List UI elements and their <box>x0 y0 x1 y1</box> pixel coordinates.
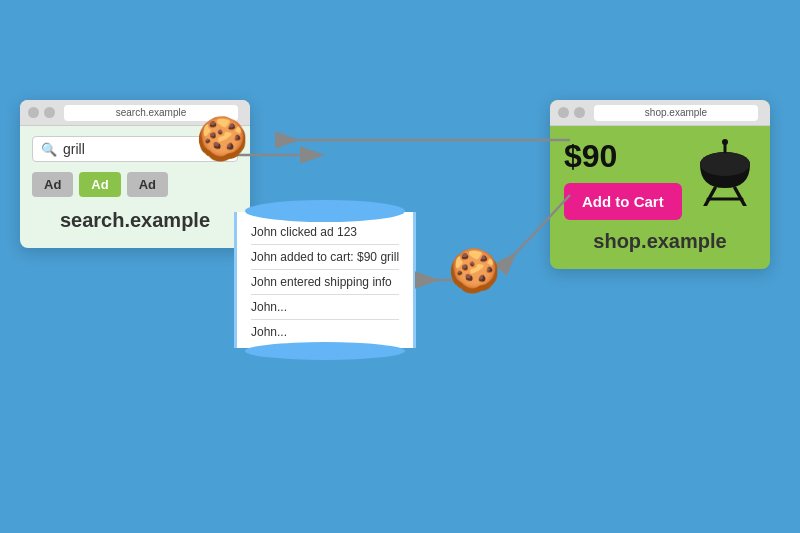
shop-window: shop.example $90 Add to Cart shop. <box>550 100 770 269</box>
db-row-2: John added to cart: $90 grill <box>251 245 399 270</box>
ads-row: Ad Ad Ad <box>32 172 238 197</box>
db-row-1: John clicked ad 123 <box>251 220 399 245</box>
svg-line-3 <box>735 188 745 206</box>
db-row-4: John... <box>251 295 399 320</box>
database-container: John clicked ad 123 John added to cart: … <box>240 200 410 360</box>
shop-window-close-btn[interactable] <box>558 107 569 118</box>
shop-window-url: shop.example <box>594 105 758 121</box>
database-body: John clicked ad 123 John added to cart: … <box>234 212 416 348</box>
search-icon: 🔍 <box>41 142 57 157</box>
window-min-btn[interactable] <box>44 107 55 118</box>
search-input-value: grill <box>63 141 85 157</box>
cookie-middle-icon: 🍪 <box>448 250 500 292</box>
cookie-search-icon: 🍪 <box>196 118 248 160</box>
svg-point-6 <box>722 139 728 145</box>
database-bottom <box>245 342 405 360</box>
svg-point-1 <box>700 152 750 176</box>
shop-price: $90 <box>564 138 617 175</box>
shop-window-body: $90 Add to Cart shop.example <box>550 126 770 269</box>
grill-icon <box>690 136 760 214</box>
add-to-cart-button[interactable]: Add to Cart <box>564 183 682 220</box>
db-row-3: John entered shipping info <box>251 270 399 295</box>
shop-example-label: shop.example <box>564 230 756 253</box>
shop-window-min-btn[interactable] <box>574 107 585 118</box>
ad-badge-3[interactable]: Ad <box>127 172 168 197</box>
search-example-label: search.example <box>32 209 238 232</box>
database-top <box>245 200 405 222</box>
svg-line-2 <box>705 188 715 206</box>
ad-badge-1[interactable]: Ad <box>32 172 73 197</box>
ad-badge-2-active[interactable]: Ad <box>79 172 120 197</box>
shop-window-titlebar: shop.example <box>550 100 770 126</box>
db-row-5: John... <box>251 320 399 344</box>
window-close-btn[interactable] <box>28 107 39 118</box>
